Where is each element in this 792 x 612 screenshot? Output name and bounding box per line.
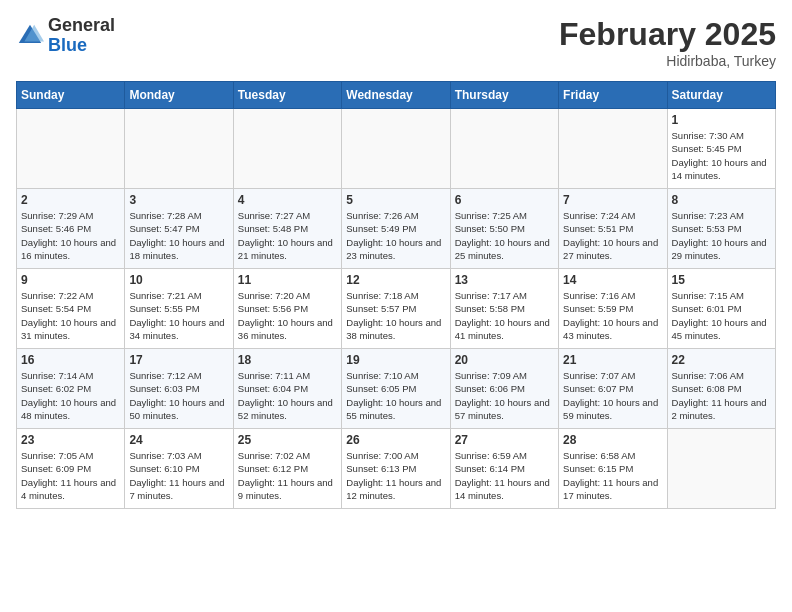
logo-text: General Blue xyxy=(48,16,115,56)
calendar-cell: 13Sunrise: 7:17 AM Sunset: 5:58 PM Dayli… xyxy=(450,269,558,349)
cell-content: Sunrise: 7:14 AM Sunset: 6:02 PM Dayligh… xyxy=(21,369,120,422)
day-number: 4 xyxy=(238,193,337,207)
cell-content: Sunrise: 6:59 AM Sunset: 6:14 PM Dayligh… xyxy=(455,449,554,502)
cell-content: Sunrise: 7:09 AM Sunset: 6:06 PM Dayligh… xyxy=(455,369,554,422)
title-block: February 2025 Hidirbaba, Turkey xyxy=(559,16,776,69)
calendar-cell xyxy=(667,429,775,509)
cell-content: Sunrise: 7:21 AM Sunset: 5:55 PM Dayligh… xyxy=(129,289,228,342)
day-number: 10 xyxy=(129,273,228,287)
cell-content: Sunrise: 7:27 AM Sunset: 5:48 PM Dayligh… xyxy=(238,209,337,262)
day-number: 14 xyxy=(563,273,662,287)
day-number: 23 xyxy=(21,433,120,447)
calendar-week-row: 9Sunrise: 7:22 AM Sunset: 5:54 PM Daylig… xyxy=(17,269,776,349)
cell-content: Sunrise: 7:23 AM Sunset: 5:53 PM Dayligh… xyxy=(672,209,771,262)
calendar-cell: 8Sunrise: 7:23 AM Sunset: 5:53 PM Daylig… xyxy=(667,189,775,269)
cell-content: Sunrise: 7:25 AM Sunset: 5:50 PM Dayligh… xyxy=(455,209,554,262)
day-number: 13 xyxy=(455,273,554,287)
cell-content: Sunrise: 7:05 AM Sunset: 6:09 PM Dayligh… xyxy=(21,449,120,502)
logo-general-text: General xyxy=(48,15,115,35)
cell-content: Sunrise: 7:20 AM Sunset: 5:56 PM Dayligh… xyxy=(238,289,337,342)
calendar-cell: 1Sunrise: 7:30 AM Sunset: 5:45 PM Daylig… xyxy=(667,109,775,189)
day-number: 12 xyxy=(346,273,445,287)
day-number: 21 xyxy=(563,353,662,367)
day-number: 20 xyxy=(455,353,554,367)
cell-content: Sunrise: 7:30 AM Sunset: 5:45 PM Dayligh… xyxy=(672,129,771,182)
calendar-cell: 18Sunrise: 7:11 AM Sunset: 6:04 PM Dayli… xyxy=(233,349,341,429)
cell-content: Sunrise: 7:02 AM Sunset: 6:12 PM Dayligh… xyxy=(238,449,337,502)
cell-content: Sunrise: 7:10 AM Sunset: 6:05 PM Dayligh… xyxy=(346,369,445,422)
logo-blue-text: Blue xyxy=(48,35,87,55)
day-number: 25 xyxy=(238,433,337,447)
calendar-cell xyxy=(342,109,450,189)
day-number: 19 xyxy=(346,353,445,367)
calendar-cell xyxy=(17,109,125,189)
calendar-cell: 24Sunrise: 7:03 AM Sunset: 6:10 PM Dayli… xyxy=(125,429,233,509)
calendar-cell: 23Sunrise: 7:05 AM Sunset: 6:09 PM Dayli… xyxy=(17,429,125,509)
calendar-cell: 11Sunrise: 7:20 AM Sunset: 5:56 PM Dayli… xyxy=(233,269,341,349)
calendar-cell: 9Sunrise: 7:22 AM Sunset: 5:54 PM Daylig… xyxy=(17,269,125,349)
day-number: 5 xyxy=(346,193,445,207)
calendar-cell: 14Sunrise: 7:16 AM Sunset: 5:59 PM Dayli… xyxy=(559,269,667,349)
day-number: 1 xyxy=(672,113,771,127)
day-header-thursday: Thursday xyxy=(450,82,558,109)
day-number: 16 xyxy=(21,353,120,367)
day-number: 27 xyxy=(455,433,554,447)
calendar-cell: 16Sunrise: 7:14 AM Sunset: 6:02 PM Dayli… xyxy=(17,349,125,429)
day-number: 17 xyxy=(129,353,228,367)
day-header-wednesday: Wednesday xyxy=(342,82,450,109)
calendar-cell: 6Sunrise: 7:25 AM Sunset: 5:50 PM Daylig… xyxy=(450,189,558,269)
day-header-sunday: Sunday xyxy=(17,82,125,109)
cell-content: Sunrise: 7:06 AM Sunset: 6:08 PM Dayligh… xyxy=(672,369,771,422)
day-number: 11 xyxy=(238,273,337,287)
cell-content: Sunrise: 7:24 AM Sunset: 5:51 PM Dayligh… xyxy=(563,209,662,262)
calendar-cell: 2Sunrise: 7:29 AM Sunset: 5:46 PM Daylig… xyxy=(17,189,125,269)
calendar-cell: 20Sunrise: 7:09 AM Sunset: 6:06 PM Dayli… xyxy=(450,349,558,429)
calendar-cell: 26Sunrise: 7:00 AM Sunset: 6:13 PM Dayli… xyxy=(342,429,450,509)
cell-content: Sunrise: 7:29 AM Sunset: 5:46 PM Dayligh… xyxy=(21,209,120,262)
calendar-cell: 22Sunrise: 7:06 AM Sunset: 6:08 PM Dayli… xyxy=(667,349,775,429)
cell-content: Sunrise: 7:22 AM Sunset: 5:54 PM Dayligh… xyxy=(21,289,120,342)
cell-content: Sunrise: 7:26 AM Sunset: 5:49 PM Dayligh… xyxy=(346,209,445,262)
day-number: 2 xyxy=(21,193,120,207)
calendar-header-row: SundayMondayTuesdayWednesdayThursdayFrid… xyxy=(17,82,776,109)
page-header: General Blue February 2025 Hidirbaba, Tu… xyxy=(16,16,776,69)
cell-content: Sunrise: 7:00 AM Sunset: 6:13 PM Dayligh… xyxy=(346,449,445,502)
cell-content: Sunrise: 7:03 AM Sunset: 6:10 PM Dayligh… xyxy=(129,449,228,502)
calendar-cell: 27Sunrise: 6:59 AM Sunset: 6:14 PM Dayli… xyxy=(450,429,558,509)
calendar-cell xyxy=(125,109,233,189)
day-number: 3 xyxy=(129,193,228,207)
calendar-table: SundayMondayTuesdayWednesdayThursdayFrid… xyxy=(16,81,776,509)
day-number: 26 xyxy=(346,433,445,447)
calendar-week-row: 2Sunrise: 7:29 AM Sunset: 5:46 PM Daylig… xyxy=(17,189,776,269)
day-number: 18 xyxy=(238,353,337,367)
day-number: 15 xyxy=(672,273,771,287)
calendar-cell: 3Sunrise: 7:28 AM Sunset: 5:47 PM Daylig… xyxy=(125,189,233,269)
day-header-saturday: Saturday xyxy=(667,82,775,109)
day-number: 28 xyxy=(563,433,662,447)
day-number: 9 xyxy=(21,273,120,287)
calendar-cell: 25Sunrise: 7:02 AM Sunset: 6:12 PM Dayli… xyxy=(233,429,341,509)
cell-content: Sunrise: 7:28 AM Sunset: 5:47 PM Dayligh… xyxy=(129,209,228,262)
calendar-cell: 10Sunrise: 7:21 AM Sunset: 5:55 PM Dayli… xyxy=(125,269,233,349)
calendar-week-row: 16Sunrise: 7:14 AM Sunset: 6:02 PM Dayli… xyxy=(17,349,776,429)
day-header-monday: Monday xyxy=(125,82,233,109)
calendar-cell: 5Sunrise: 7:26 AM Sunset: 5:49 PM Daylig… xyxy=(342,189,450,269)
cell-content: Sunrise: 6:58 AM Sunset: 6:15 PM Dayligh… xyxy=(563,449,662,502)
day-number: 6 xyxy=(455,193,554,207)
calendar-cell: 19Sunrise: 7:10 AM Sunset: 6:05 PM Dayli… xyxy=(342,349,450,429)
calendar-cell: 12Sunrise: 7:18 AM Sunset: 5:57 PM Dayli… xyxy=(342,269,450,349)
calendar-cell: 4Sunrise: 7:27 AM Sunset: 5:48 PM Daylig… xyxy=(233,189,341,269)
cell-content: Sunrise: 7:17 AM Sunset: 5:58 PM Dayligh… xyxy=(455,289,554,342)
day-number: 8 xyxy=(672,193,771,207)
cell-content: Sunrise: 7:18 AM Sunset: 5:57 PM Dayligh… xyxy=(346,289,445,342)
cell-content: Sunrise: 7:16 AM Sunset: 5:59 PM Dayligh… xyxy=(563,289,662,342)
location-subtitle: Hidirbaba, Turkey xyxy=(559,53,776,69)
cell-content: Sunrise: 7:07 AM Sunset: 6:07 PM Dayligh… xyxy=(563,369,662,422)
day-header-friday: Friday xyxy=(559,82,667,109)
calendar-week-row: 1Sunrise: 7:30 AM Sunset: 5:45 PM Daylig… xyxy=(17,109,776,189)
calendar-cell xyxy=(233,109,341,189)
cell-content: Sunrise: 7:11 AM Sunset: 6:04 PM Dayligh… xyxy=(238,369,337,422)
cell-content: Sunrise: 7:15 AM Sunset: 6:01 PM Dayligh… xyxy=(672,289,771,342)
day-number: 7 xyxy=(563,193,662,207)
calendar-cell: 21Sunrise: 7:07 AM Sunset: 6:07 PM Dayli… xyxy=(559,349,667,429)
